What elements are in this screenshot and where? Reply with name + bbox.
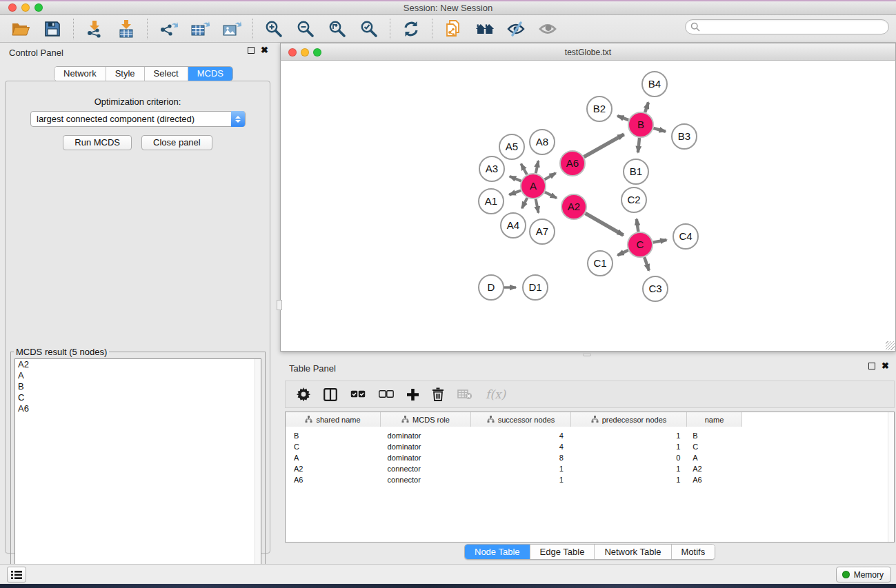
node-table[interactable]: shared name MCDS role successor nodes pr…: [285, 412, 895, 543]
zoom-out-icon[interactable]: [296, 19, 315, 39]
graph-edge-A-A2[interactable]: [545, 192, 557, 199]
tab-edge-table[interactable]: Edge Table: [530, 545, 595, 559]
close-panel-icon[interactable]: ✖: [261, 47, 268, 54]
tab-select[interactable]: Select: [145, 67, 188, 81]
tab-network-table[interactable]: Network Table: [595, 545, 671, 559]
import-table-icon[interactable]: [117, 19, 136, 39]
table-row[interactable]: A dominator 8 0 A: [286, 452, 741, 463]
column-header[interactable]: MCDS role: [381, 412, 471, 427]
export-network-icon[interactable]: [159, 19, 178, 39]
horizontal-splitter-grip[interactable]: [583, 353, 591, 356]
list-item[interactable]: C: [15, 392, 261, 403]
resize-grip-icon[interactable]: [886, 341, 895, 350]
zoom-selected-icon[interactable]: [359, 19, 379, 39]
tab-motifs[interactable]: Motifs: [672, 545, 715, 559]
tab-mcds[interactable]: MCDS: [188, 67, 232, 81]
graph-edge-A-A3[interactable]: [510, 176, 521, 181]
list-item[interactable]: A6: [15, 403, 261, 414]
graph-edge-C-C3[interactable]: [644, 257, 649, 271]
graph-edge-A-A7[interactable]: [536, 199, 539, 213]
control-panel: Control Panel ✖ Network Style Select MCD…: [0, 43, 275, 564]
control-panel-title: Control Panel: [9, 48, 63, 58]
graph-edge-A2-C[interactable]: [585, 213, 623, 235]
network-canvas[interactable]: AA1A2A3A4A5A6A7A8BB1B2B3B4CC1C2C3C4DD1: [280, 61, 896, 352]
tab-node-table[interactable]: Node Table: [465, 545, 530, 559]
open-folder-icon[interactable]: [11, 19, 30, 39]
search-field[interactable]: [685, 19, 889, 34]
graph-edge-A-A8[interactable]: [536, 161, 539, 173]
unselect-all-columns-icon[interactable]: [379, 385, 394, 403]
table-row[interactable]: C dominator 4 1 C: [286, 441, 741, 452]
list-item[interactable]: A2: [15, 359, 261, 370]
network-window-title: testGlobe.txt: [281, 48, 895, 57]
graph-node-label: B1: [630, 165, 642, 177]
task-history-button[interactable]: [7, 567, 26, 582]
float-table-panel-icon[interactable]: [868, 363, 875, 369]
refresh-icon[interactable]: [401, 19, 421, 39]
hide-selected-eye-icon[interactable]: [507, 19, 526, 39]
attribute-type-icon: [401, 416, 409, 423]
graph-edge-A-A1[interactable]: [509, 190, 521, 194]
column-header[interactable]: name: [687, 412, 742, 427]
zoom-in-icon[interactable]: [264, 19, 283, 39]
list-scrollbar[interactable]: [255, 359, 261, 580]
graph-node-label: A4: [507, 219, 519, 231]
table-scrollbar[interactable]: [888, 412, 894, 542]
clone-network-icon[interactable]: [444, 19, 463, 39]
list-item[interactable]: B: [15, 381, 261, 392]
table-row[interactable]: A6 connector 1 1 A6: [286, 474, 741, 485]
criterion-dropdown[interactable]: largest connected component (directed): [30, 111, 246, 127]
function-builder-icon[interactable]: f(x): [486, 385, 506, 403]
search-input[interactable]: [700, 21, 888, 33]
mcds-panel: Optimization criterion: largest connecte…: [5, 81, 270, 554]
select-all-columns-icon[interactable]: [350, 385, 366, 403]
network-window-titlebar[interactable]: testGlobe.txt: [280, 43, 896, 61]
table-row[interactable]: B dominator 4 1 B: [286, 430, 741, 441]
graph-edge-C-C4[interactable]: [653, 240, 667, 243]
column-header[interactable]: successor nodes: [471, 412, 571, 427]
run-mcds-button[interactable]: Run MCDS: [63, 135, 132, 150]
memory-button[interactable]: Memory: [836, 567, 891, 582]
close-table-panel-icon[interactable]: ✖: [882, 363, 889, 369]
graph-edge-B-B2[interactable]: [617, 116, 628, 120]
window-titlebar: Session: New Session: [0, 0, 896, 15]
delete-column-icon[interactable]: [432, 385, 444, 403]
delete-table-icon[interactable]: [457, 385, 472, 403]
show-columns-icon[interactable]: [323, 385, 337, 403]
graph-edge-A-A5[interactable]: [521, 164, 527, 175]
graph-node-label: C4: [679, 230, 692, 242]
graph-edge-B-B4[interactable]: [645, 103, 648, 112]
graph-edge-A-A4[interactable]: [522, 198, 528, 208]
import-network-icon[interactable]: [85, 19, 104, 39]
tab-style[interactable]: Style: [106, 67, 145, 81]
graph-edge-B-B3[interactable]: [653, 128, 666, 132]
float-panel-icon[interactable]: [248, 47, 255, 54]
optimization-criterion-label: Optimization criterion:: [6, 97, 270, 107]
tab-network[interactable]: Network: [54, 67, 106, 81]
mcds-result-list[interactable]: A2 A B C A6: [14, 358, 261, 581]
graph-edge-C-C1[interactable]: [617, 250, 628, 255]
graph-edge-A-A6[interactable]: [544, 173, 555, 179]
splitter-grip[interactable]: [277, 300, 282, 310]
export-table-icon[interactable]: [190, 19, 210, 39]
add-column-icon[interactable]: [407, 385, 419, 403]
graph-node-label: A7: [536, 225, 548, 237]
zoom-fit-icon[interactable]: [328, 19, 347, 39]
table-panel: Table Panel ✖ f(x): [280, 358, 896, 564]
graph-edge-A6-B[interactable]: [584, 134, 624, 157]
show-hidden-eye-icon[interactable]: [539, 19, 558, 39]
table-row[interactable]: A2 connector 1 1 A2: [286, 463, 741, 474]
column-header[interactable]: predecessor nodes: [571, 412, 687, 427]
graph-edge-C-C2[interactable]: [637, 219, 639, 232]
close-panel-button[interactable]: Close panel: [141, 135, 212, 150]
list-item[interactable]: A: [15, 370, 261, 381]
graph-node-label: D1: [528, 281, 541, 293]
settings-gear-icon[interactable]: [297, 385, 310, 403]
export-image-icon[interactable]: [222, 19, 241, 39]
home-icon[interactable]: [475, 19, 495, 39]
attribute-type-icon: [305, 416, 312, 423]
save-session-icon[interactable]: [43, 19, 62, 39]
graph-node-label: B4: [648, 78, 661, 90]
graph-edge-B-B1[interactable]: [638, 138, 639, 152]
column-header[interactable]: shared name: [286, 412, 381, 427]
